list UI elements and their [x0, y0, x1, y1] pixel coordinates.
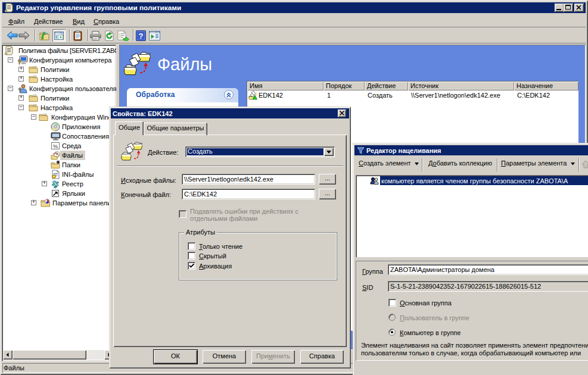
svg-text:?: ?	[139, 32, 144, 40]
svg-text:%: %	[53, 143, 58, 149]
